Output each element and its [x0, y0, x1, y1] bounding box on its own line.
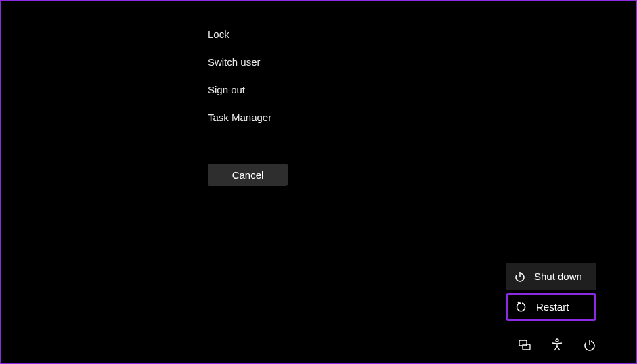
cancel-button[interactable]: Cancel	[208, 164, 288, 186]
network-icon[interactable]	[518, 338, 531, 352]
restart-label: Restart	[536, 301, 569, 313]
restart-option[interactable]: Restart	[506, 293, 596, 321]
accessibility-icon[interactable]	[550, 338, 564, 352]
shut-down-option[interactable]: Shut down	[506, 263, 596, 290]
bottom-icon-bar	[518, 338, 596, 352]
svg-point-4	[556, 339, 558, 342]
lock-option[interactable]: Lock	[208, 20, 288, 48]
task-manager-option[interactable]: Task Manager	[208, 104, 288, 131]
restart-icon	[516, 301, 528, 313]
power-menu: Shut down Restart	[506, 263, 596, 323]
sign-out-option[interactable]: Sign out	[208, 76, 288, 104]
power-button-icon[interactable]	[583, 338, 596, 352]
shut-down-label: Shut down	[534, 271, 582, 282]
power-icon	[514, 271, 526, 283]
switch-user-option[interactable]: Switch user	[208, 48, 288, 76]
security-options-list: Lock Switch user Sign out Task Manager C…	[208, 20, 288, 186]
